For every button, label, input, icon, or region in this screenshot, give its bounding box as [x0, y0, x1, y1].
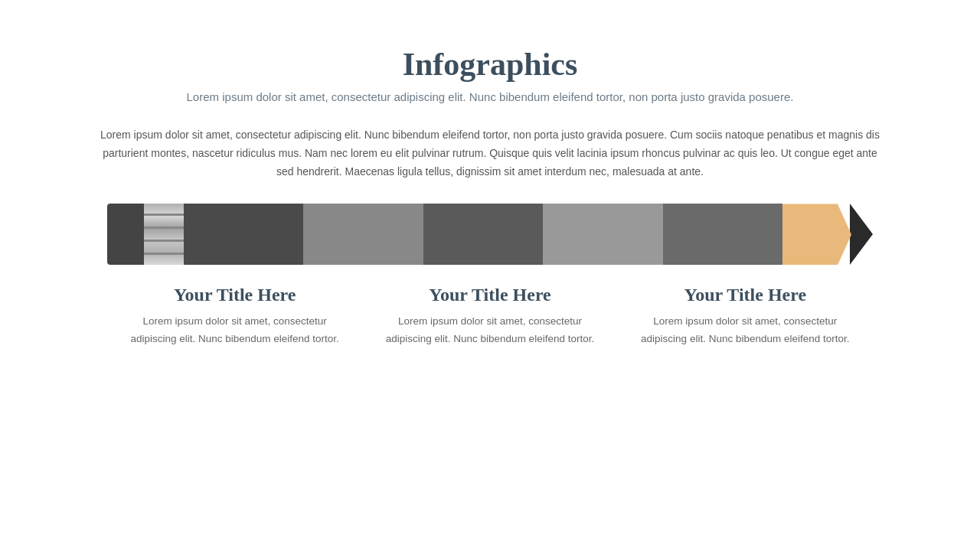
ferrule-inner	[144, 204, 184, 265]
body-text: Lorem ipsum dolor sit amet, consectetur …	[54, 126, 926, 181]
pencil-segment-5	[663, 204, 782, 265]
section-3-text: Lorem ipsum dolor sit amet, consectetur …	[630, 313, 860, 347]
ferrule-line-2	[144, 227, 184, 229]
ferrule	[144, 204, 184, 265]
section-2-text: Lorem ipsum dolor sit amet, consectetur …	[375, 313, 605, 347]
pencil-wood-tip	[782, 204, 851, 265]
ferrule-line-3	[144, 240, 184, 242]
pencil-point	[850, 204, 873, 265]
eraser-cap	[107, 204, 144, 265]
header: Infographics Lorem ipsum dolor sit amet,…	[187, 46, 794, 103]
ferrule-line-4	[144, 253, 184, 255]
main-title: Infographics	[187, 46, 794, 83]
pencil-segment-1	[184, 204, 303, 265]
section-3-title: Your Title Here	[630, 285, 860, 305]
ferrule-line-1	[144, 214, 184, 216]
section-2-title: Your Title Here	[375, 285, 605, 305]
section-1: Your Title Here Lorem ipsum dolor sit am…	[120, 285, 350, 347]
pencil-segment-2	[303, 204, 423, 265]
bottom-sections: Your Title Here Lorem ipsum dolor sit am…	[107, 285, 873, 347]
pencil	[107, 204, 873, 265]
section-2: Your Title Here Lorem ipsum dolor sit am…	[375, 285, 605, 347]
section-1-text: Lorem ipsum dolor sit amet, consectetur …	[120, 313, 350, 347]
pencil-body	[184, 204, 782, 265]
pencil-segment-4	[543, 204, 662, 265]
subtitle: Lorem ipsum dolor sit amet, consectetur …	[187, 90, 794, 103]
section-3: Your Title Here Lorem ipsum dolor sit am…	[630, 285, 860, 347]
section-1-title: Your Title Here	[120, 285, 350, 305]
pencil-segment-3	[423, 204, 543, 265]
pencil-graphic	[107, 196, 873, 272]
